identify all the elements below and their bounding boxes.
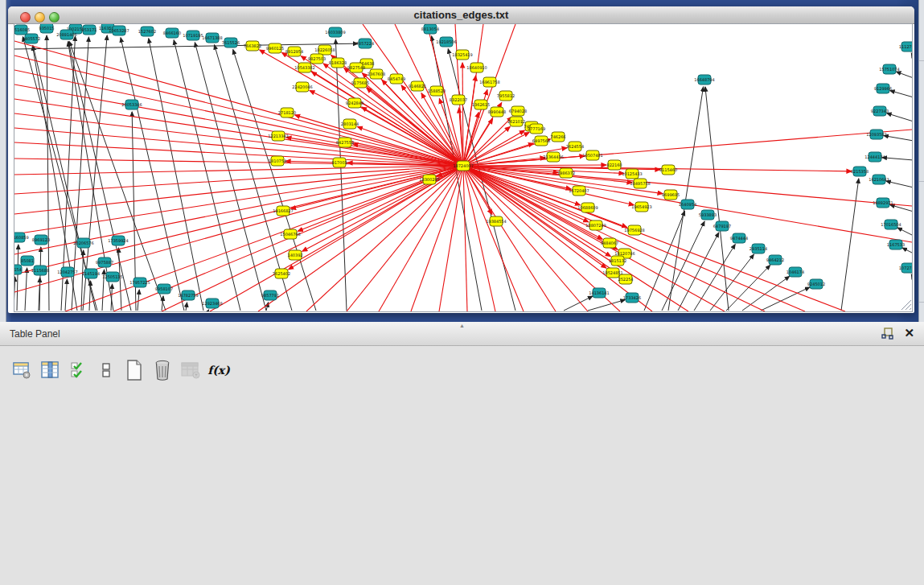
- graph-node[interactable]: 9242848: [346, 98, 363, 108]
- graph-node[interactable]: 9699695: [662, 190, 680, 200]
- graph-node[interactable]: 7663822: [244, 41, 261, 51]
- network-canvas-svg[interactable]: 1830029576638229960125891295418226058982…: [14, 24, 912, 311]
- graph-node[interactable]: 9175685: [351, 78, 369, 88]
- graph-node[interactable]: 1588520: [428, 86, 446, 96]
- graph-node[interactable]: 9129966: [874, 84, 892, 93]
- graph-node[interactable]: 1362615: [472, 100, 490, 109]
- graph-node[interactable]: 3624554: [566, 142, 584, 151]
- graph-node[interactable]: 9464212: [766, 255, 784, 265]
- graph-node[interactable]: 917003: [331, 158, 347, 167]
- graph-node[interactable]: 15751074: [879, 64, 899, 74]
- graph-node[interactable]: 1145194: [82, 269, 100, 278]
- graph-node[interactable]: 9227343: [871, 106, 889, 116]
- graph-node[interactable]: 9405572: [23, 34, 40, 43]
- graph-node[interactable]: 18807249: [585, 220, 606, 230]
- graph-node[interactable]: 1115688: [31, 266, 49, 275]
- graph-node[interactable]: 25160859: [14, 233, 29, 242]
- graph-node[interactable]: 1167533: [887, 240, 905, 249]
- graph-node[interactable]: 9146821: [409, 81, 426, 91]
- close-icon[interactable]: ✕: [904, 326, 914, 340]
- graph-node[interactable]: 19892971: [873, 198, 893, 208]
- graph-node[interactable]: 9960125: [266, 43, 284, 53]
- graph-node[interactable]: 252254: [618, 274, 633, 284]
- graph-node[interactable]: 8466160: [163, 28, 181, 38]
- graph-node[interactable]: 9115460: [659, 165, 677, 175]
- graph-node[interactable]: 15046768: [280, 229, 300, 239]
- graph-node[interactable]: 85081: [21, 256, 34, 266]
- graph-node[interactable]: 853171: [81, 25, 97, 35]
- graph-node[interactable]: 22420046: [292, 82, 312, 92]
- graph-node[interactable]: 2935114: [749, 244, 767, 253]
- graph-node[interactable]: 9474444: [730, 233, 748, 243]
- graph-node[interactable]: 18640910: [466, 63, 487, 72]
- graph-node[interactable]: 12923468: [202, 299, 222, 308]
- graph-node[interactable]: 2718120: [278, 108, 296, 117]
- panel-divider-grip[interactable]: ▲: [459, 323, 465, 328]
- graph-node[interactable]: 16210643: [869, 175, 889, 184]
- graph-node[interactable]: 7615526: [222, 38, 240, 47]
- graph-node[interactable]: 8454749: [388, 74, 405, 84]
- graph-node[interactable]: 822160: [606, 160, 622, 170]
- graph-node[interactable]: 1810754: [269, 156, 286, 166]
- float-window-icon[interactable]: [881, 328, 893, 340]
- graph-node[interactable]: 9827548: [347, 63, 365, 72]
- graph-node[interactable]: 20053346: [121, 100, 142, 109]
- graph-node[interactable]: 16648794: [694, 75, 714, 84]
- graph-node[interactable]: 16671388: [202, 33, 222, 43]
- graph-node[interactable]: 9245012: [807, 279, 825, 289]
- graph-node[interactable]: 5933893: [699, 210, 717, 220]
- graph-node[interactable]: 19384554: [486, 216, 506, 226]
- graph-node[interactable]: 1640954: [679, 200, 696, 209]
- graph-node[interactable]: 8215358: [851, 167, 869, 176]
- graph-node[interactable]: 10507481: [582, 150, 602, 160]
- graph-node[interactable]: 19654923: [631, 202, 651, 212]
- graph-node[interactable]: 12093582: [866, 130, 886, 139]
- graph-node[interactable]: 8322037: [450, 95, 467, 105]
- graph-node[interactable]: 6497568: [532, 136, 550, 146]
- graph-node[interactable]: 8969123: [32, 235, 50, 245]
- graph-node[interactable]: 9827503: [308, 54, 326, 64]
- graph-node[interactable]: 6479197: [713, 221, 731, 231]
- graph-node[interactable]: 1815132: [609, 256, 626, 266]
- graph-node[interactable]: 12444134: [864, 152, 885, 162]
- graph-node[interactable]: 1046174: [786, 267, 804, 277]
- graph-node[interactable]: 17957225: [129, 278, 150, 287]
- graph-node[interactable]: 39154: [14, 265, 22, 274]
- graph-node[interactable]: 9777169: [528, 124, 545, 134]
- function-builder-icon[interactable]: f(x): [208, 360, 229, 381]
- graph-node[interactable]: 7955812: [497, 91, 515, 101]
- graph-node[interactable]: 8186328: [329, 58, 347, 68]
- network-canvas[interactable]: 1830029576638229960125891295418226058982…: [14, 23, 913, 312]
- delete-table-icon[interactable]: [152, 360, 173, 381]
- graph-node[interactable]: 18226058: [314, 45, 335, 55]
- graph-node[interactable]: 1621012: [507, 117, 525, 126]
- graph-node[interactable]: 9857791: [261, 290, 279, 300]
- graph-node[interactable]: 7857224: [356, 39, 374, 48]
- graph-node[interactable]: 10125433: [622, 169, 642, 179]
- graph-node[interactable]: 1112753: [899, 42, 912, 51]
- graph-node[interactable]: 21364436: [543, 152, 563, 162]
- graph-node[interactable]: 935015: [39, 24, 54, 33]
- graph-node[interactable]: 19218506: [436, 37, 456, 47]
- window-resize-grip[interactable]: [901, 299, 912, 311]
- graph-node[interactable]: 10719195: [183, 31, 203, 40]
- graph-node[interactable]: 2516085: [14, 25, 30, 35]
- row-height-icon[interactable]: [96, 360, 117, 381]
- graph-node[interactable]: 8813054: [421, 24, 439, 34]
- graph-node[interactable]: 9975887: [96, 257, 113, 267]
- graph-node[interactable]: 9958107: [155, 284, 173, 294]
- graph-node[interactable]: 2803144: [341, 119, 359, 129]
- graph-node[interactable]: 1072734: [899, 263, 912, 273]
- graph-node[interactable]: 7625402: [273, 269, 290, 278]
- graph-node[interactable]: 6794028: [509, 106, 527, 116]
- select-columns-icon[interactable]: [39, 360, 60, 381]
- new-table-icon[interactable]: [124, 360, 145, 381]
- column-visibility-icon[interactable]: [68, 360, 88, 381]
- graph-node[interactable]: 2367608: [368, 69, 385, 79]
- graph-node[interactable]: 746266: [550, 132, 565, 142]
- table-settings-icon[interactable]: [11, 360, 32, 381]
- graph-node[interactable]: 8427552: [336, 138, 354, 147]
- graph-node[interactable]: 16033809: [325, 27, 345, 37]
- graph-node[interactable]: 8990448: [488, 107, 506, 117]
- graph-node[interactable]: 18495758: [630, 179, 650, 188]
